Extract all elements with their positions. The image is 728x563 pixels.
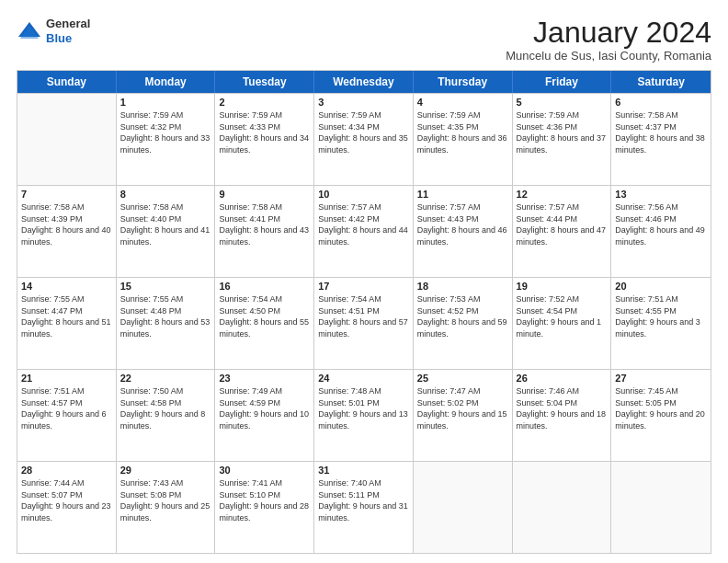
day-number: 12	[517, 189, 608, 200]
day-number: 11	[417, 189, 508, 200]
logo-blue: Blue	[46, 31, 90, 46]
day-cell: 24Sunrise: 7:48 AM Sunset: 5:01 PM Dayli…	[314, 370, 414, 461]
logo-general: General	[46, 17, 90, 31]
day-info: Sunrise: 7:46 AM Sunset: 5:04 PM Dayligh…	[517, 385, 608, 431]
day-info: Sunrise: 7:51 AM Sunset: 4:57 PM Dayligh…	[21, 385, 112, 431]
day-info: Sunrise: 7:51 AM Sunset: 4:55 PM Dayligh…	[615, 293, 707, 339]
day-number: 26	[517, 373, 608, 384]
day-header-tuesday: Tuesday	[215, 71, 314, 93]
day-cell: 12Sunrise: 7:57 AM Sunset: 4:44 PM Dayli…	[513, 186, 612, 277]
day-cell: 20Sunrise: 7:51 AM Sunset: 4:55 PM Dayli…	[611, 278, 711, 369]
day-number: 13	[615, 189, 707, 200]
day-cell: 31Sunrise: 7:40 AM Sunset: 5:11 PM Dayli…	[314, 462, 414, 553]
day-cell: 6Sunrise: 7:58 AM Sunset: 4:37 PM Daylig…	[611, 94, 711, 185]
subtitle: Muncelu de Sus, Iasi County, Romania	[506, 49, 711, 63]
day-number: 8	[120, 189, 211, 200]
day-info: Sunrise: 7:55 AM Sunset: 4:48 PM Dayligh…	[120, 293, 211, 339]
day-header-wednesday: Wednesday	[314, 71, 414, 93]
week-row-3: 14Sunrise: 7:55 AM Sunset: 4:47 PM Dayli…	[17, 277, 711, 369]
day-info: Sunrise: 7:43 AM Sunset: 5:08 PM Dayligh…	[120, 477, 211, 523]
day-cell: 3Sunrise: 7:59 AM Sunset: 4:34 PM Daylig…	[314, 94, 414, 185]
day-cell: 13Sunrise: 7:56 AM Sunset: 4:46 PM Dayli…	[611, 186, 711, 277]
day-cell: 7Sunrise: 7:58 AM Sunset: 4:39 PM Daylig…	[17, 186, 117, 277]
day-info: Sunrise: 7:53 AM Sunset: 4:52 PM Dayligh…	[417, 293, 508, 339]
day-cell: 21Sunrise: 7:51 AM Sunset: 4:57 PM Dayli…	[17, 370, 117, 461]
day-number: 5	[517, 97, 608, 108]
day-number: 30	[219, 465, 310, 476]
title-section: January 2024 Muncelu de Sus, Iasi County…	[506, 17, 711, 63]
day-cell: 30Sunrise: 7:41 AM Sunset: 5:10 PM Dayli…	[215, 462, 314, 553]
day-cell: 28Sunrise: 7:44 AM Sunset: 5:07 PM Dayli…	[17, 462, 117, 553]
day-info: Sunrise: 7:57 AM Sunset: 4:43 PM Dayligh…	[417, 201, 508, 247]
day-number: 14	[21, 281, 112, 292]
day-number: 9	[219, 189, 310, 200]
day-info: Sunrise: 7:48 AM Sunset: 5:01 PM Dayligh…	[318, 385, 409, 431]
logo: General Blue	[17, 17, 90, 45]
day-info: Sunrise: 7:58 AM Sunset: 4:40 PM Dayligh…	[120, 201, 211, 247]
day-info: Sunrise: 7:54 AM Sunset: 4:50 PM Dayligh…	[219, 293, 310, 339]
calendar-header: SundayMondayTuesdayWednesdayThursdayFrid…	[17, 71, 711, 93]
day-number: 21	[21, 373, 112, 384]
day-info: Sunrise: 7:58 AM Sunset: 4:37 PM Dayligh…	[615, 109, 707, 155]
day-cell: 23Sunrise: 7:49 AM Sunset: 4:59 PM Dayli…	[215, 370, 314, 461]
day-cell: 8Sunrise: 7:58 AM Sunset: 4:40 PM Daylig…	[117, 186, 216, 277]
day-number: 2	[219, 97, 310, 108]
day-info: Sunrise: 7:59 AM Sunset: 4:34 PM Dayligh…	[318, 109, 409, 155]
day-cell: 9Sunrise: 7:58 AM Sunset: 4:41 PM Daylig…	[215, 186, 314, 277]
calendar-body: 1Sunrise: 7:59 AM Sunset: 4:32 PM Daylig…	[17, 93, 711, 553]
day-number: 15	[120, 281, 211, 292]
day-cell: 10Sunrise: 7:57 AM Sunset: 4:42 PM Dayli…	[314, 186, 414, 277]
day-number: 20	[615, 281, 707, 292]
day-cell: 5Sunrise: 7:59 AM Sunset: 4:36 PM Daylig…	[513, 94, 612, 185]
day-cell	[17, 94, 117, 185]
day-cell: 27Sunrise: 7:45 AM Sunset: 5:05 PM Dayli…	[611, 370, 711, 461]
week-row-1: 1Sunrise: 7:59 AM Sunset: 4:32 PM Daylig…	[17, 93, 711, 185]
day-cell: 14Sunrise: 7:55 AM Sunset: 4:47 PM Dayli…	[17, 278, 117, 369]
week-row-4: 21Sunrise: 7:51 AM Sunset: 4:57 PM Dayli…	[17, 369, 711, 461]
day-number: 1	[120, 97, 211, 108]
header: General Blue January 2024 Muncelu de Sus…	[17, 17, 711, 63]
day-info: Sunrise: 7:57 AM Sunset: 4:42 PM Dayligh…	[318, 201, 409, 247]
logo-icon	[17, 18, 42, 44]
day-cell: 29Sunrise: 7:43 AM Sunset: 5:08 PM Dayli…	[117, 462, 216, 553]
day-cell: 22Sunrise: 7:50 AM Sunset: 4:58 PM Dayli…	[117, 370, 216, 461]
day-cell: 25Sunrise: 7:47 AM Sunset: 5:02 PM Dayli…	[414, 370, 513, 461]
day-number: 17	[318, 281, 409, 292]
day-cell: 1Sunrise: 7:59 AM Sunset: 4:32 PM Daylig…	[117, 94, 216, 185]
day-info: Sunrise: 7:58 AM Sunset: 4:39 PM Dayligh…	[21, 201, 112, 247]
day-info: Sunrise: 7:45 AM Sunset: 5:05 PM Dayligh…	[615, 385, 707, 431]
day-info: Sunrise: 7:57 AM Sunset: 4:44 PM Dayligh…	[517, 201, 608, 247]
week-row-5: 28Sunrise: 7:44 AM Sunset: 5:07 PM Dayli…	[17, 461, 711, 553]
day-number: 18	[417, 281, 508, 292]
day-cell	[513, 462, 612, 553]
day-cell: 26Sunrise: 7:46 AM Sunset: 5:04 PM Dayli…	[513, 370, 612, 461]
day-info: Sunrise: 7:44 AM Sunset: 5:07 PM Dayligh…	[21, 477, 112, 523]
day-info: Sunrise: 7:59 AM Sunset: 4:32 PM Dayligh…	[120, 109, 211, 155]
day-info: Sunrise: 7:55 AM Sunset: 4:47 PM Dayligh…	[21, 293, 112, 339]
day-number: 24	[318, 373, 409, 384]
day-number: 23	[219, 373, 310, 384]
day-header-thursday: Thursday	[414, 71, 513, 93]
day-cell	[611, 462, 711, 553]
day-info: Sunrise: 7:40 AM Sunset: 5:11 PM Dayligh…	[318, 477, 409, 523]
day-number: 29	[120, 465, 211, 476]
day-cell	[414, 462, 513, 553]
day-cell: 11Sunrise: 7:57 AM Sunset: 4:43 PM Dayli…	[414, 186, 513, 277]
day-info: Sunrise: 7:49 AM Sunset: 4:59 PM Dayligh…	[219, 385, 310, 431]
day-info: Sunrise: 7:56 AM Sunset: 4:46 PM Dayligh…	[615, 201, 707, 247]
day-number: 31	[318, 465, 409, 476]
day-number: 19	[517, 281, 608, 292]
day-cell: 16Sunrise: 7:54 AM Sunset: 4:50 PM Dayli…	[215, 278, 314, 369]
day-number: 3	[318, 97, 409, 108]
day-info: Sunrise: 7:52 AM Sunset: 4:54 PM Dayligh…	[517, 293, 608, 339]
day-header-saturday: Saturday	[611, 71, 711, 93]
day-number: 28	[21, 465, 112, 476]
day-info: Sunrise: 7:59 AM Sunset: 4:36 PM Dayligh…	[517, 109, 608, 155]
day-number: 16	[219, 281, 310, 292]
page: General Blue January 2024 Muncelu de Sus…	[0, 0, 728, 563]
day-header-monday: Monday	[117, 71, 216, 93]
day-cell: 18Sunrise: 7:53 AM Sunset: 4:52 PM Dayli…	[414, 278, 513, 369]
day-cell: 17Sunrise: 7:54 AM Sunset: 4:51 PM Dayli…	[314, 278, 414, 369]
month-title: January 2024	[506, 17, 711, 49]
day-info: Sunrise: 7:59 AM Sunset: 4:33 PM Dayligh…	[219, 109, 310, 155]
